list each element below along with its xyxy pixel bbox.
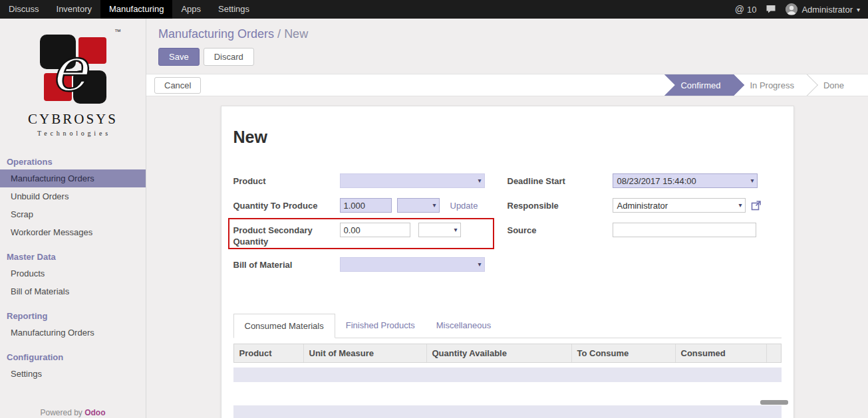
- tab-finished-products[interactable]: Finished Products: [335, 314, 426, 338]
- messages-icon[interactable]: [766, 5, 776, 14]
- action-buttons: Save Discard: [158, 48, 868, 66]
- sidebar-item-settings[interactable]: Settings: [0, 365, 146, 383]
- nav-settings[interactable]: Settings: [210, 0, 258, 19]
- dropdown-caret-icon: ▾: [454, 226, 457, 233]
- top-navbar: Discuss Inventory Manufacturing Apps Set…: [0, 0, 868, 19]
- section-configuration: Configuration: [0, 348, 146, 365]
- column-to-consume: To Consume: [572, 344, 676, 362]
- record-title: New: [233, 128, 782, 147]
- nav-discuss[interactable]: Discuss: [0, 0, 48, 19]
- deadline-start-value: 08/23/2017 15:44:00: [617, 176, 696, 186]
- quantity-to-produce-input[interactable]: [340, 198, 392, 213]
- update-link[interactable]: Update: [450, 198, 478, 211]
- responsible-value: Administrator: [617, 201, 668, 211]
- discard-button[interactable]: Discard: [204, 48, 254, 66]
- dropdown-caret-icon: ▾: [738, 201, 742, 209]
- dropdown-caret-icon: ▾: [750, 177, 754, 184]
- stage-confirmed[interactable]: Confirmed: [664, 74, 734, 96]
- bill-of-material-select[interactable]: ▾: [340, 257, 485, 272]
- breadcrumb-current: New: [284, 27, 308, 41]
- mention-icon: @: [735, 4, 744, 15]
- column-unit-of-measure: Unit of Measure: [304, 344, 427, 362]
- sidebar-item-reporting-manufacturing-orders[interactable]: Manufacturing Orders: [0, 324, 146, 342]
- mention-counter[interactable]: @ 10: [735, 4, 757, 15]
- notebook-tabs: Consumed Materials Finished Products Mis…: [233, 314, 782, 338]
- tab-miscellaneous[interactable]: Miscellaneous: [426, 314, 502, 338]
- sidebar-item-scrap[interactable]: Scrap: [0, 205, 146, 223]
- save-button[interactable]: Save: [158, 48, 200, 66]
- nav-inventory[interactable]: Inventory: [48, 0, 100, 19]
- responsible-label: Responsible: [507, 198, 613, 211]
- table-header-row: Product Unit of Measure Quantity Availab…: [233, 344, 782, 363]
- cybrosys-logo-icon: e: [35, 33, 112, 107]
- powered-by: Powered by Odoo: [0, 408, 146, 418]
- sidebar-item-products[interactable]: Products: [0, 264, 146, 282]
- stage-in-progress[interactable]: In Progress: [734, 74, 807, 96]
- source-label: Source: [507, 223, 613, 236]
- mention-count: 10: [747, 5, 756, 15]
- statusbar: Cancel Confirmed In Progress Done: [146, 74, 868, 96]
- brand-tagline: Technologies: [0, 130, 146, 137]
- form-sheet: New Product ▾ Quantity To Produce ▾: [221, 106, 794, 418]
- sidebar-item-bill-of-materials[interactable]: Bill of Materials: [0, 282, 146, 300]
- bill-of-material-label: Bill of Material: [233, 257, 340, 270]
- dropdown-caret-icon: ▾: [432, 201, 436, 209]
- sidebar-menu: Operations Manufacturing Orders Unbuild …: [0, 153, 146, 383]
- quantity-to-produce-label: Quantity To Produce: [233, 198, 340, 211]
- nav-manufacturing[interactable]: Manufacturing: [100, 0, 172, 19]
- sidebar: e ™ CYBROSYS Technologies Operations Man…: [0, 19, 146, 418]
- user-menu[interactable]: Administrator ▾: [786, 3, 860, 15]
- deadline-start-label: Deadline Start: [507, 173, 613, 187]
- breadcrumb: Manufacturing Orders / New: [146, 19, 868, 41]
- source-input[interactable]: [613, 223, 756, 237]
- tab-consumed-materials[interactable]: Consumed Materials: [233, 314, 335, 338]
- chevron-down-icon: ▾: [857, 6, 860, 13]
- product-secondary-quantity-label: Product Secondary Quantity: [233, 223, 340, 247]
- product-select[interactable]: ▾: [340, 173, 485, 188]
- product-secondary-quantity-input[interactable]: [340, 223, 410, 237]
- column-actions: [767, 344, 781, 362]
- trademark-symbol: ™: [114, 28, 121, 35]
- dropdown-caret-icon: ▾: [478, 177, 481, 184]
- breadcrumb-separator: /: [277, 27, 281, 41]
- main-content: Manufacturing Orders / New Save Discard …: [146, 19, 868, 418]
- cancel-button[interactable]: Cancel: [154, 77, 201, 94]
- section-operations: Operations: [0, 153, 146, 169]
- odoo-link[interactable]: Odoo: [84, 408, 105, 417]
- avatar: [786, 3, 797, 15]
- svg-text:e: e: [51, 34, 90, 105]
- breadcrumb-parent-link[interactable]: Manufacturing Orders: [158, 27, 274, 41]
- brand-name: CYBROSYS: [0, 111, 146, 128]
- user-name: Administrator: [801, 5, 853, 15]
- section-master-data: Master Data: [0, 248, 146, 264]
- sidebar-item-workorder-messages[interactable]: Workorder Messages: [0, 223, 146, 241]
- secondary-uom-select[interactable]: ▾: [418, 223, 461, 237]
- deadline-start-select[interactable]: 08/23/2017 15:44:00 ▾: [613, 173, 758, 188]
- status-stages: Confirmed In Progress Done: [664, 74, 868, 96]
- sidebar-item-unbuild-orders[interactable]: Unbuild Orders: [0, 187, 146, 205]
- sidebar-item-manufacturing-orders[interactable]: Manufacturing Orders: [0, 169, 146, 187]
- column-product: Product: [234, 344, 304, 362]
- consumed-materials-table: Product Unit of Measure Quantity Availab…: [233, 344, 782, 418]
- column-quantity-available: Quantity Available: [427, 344, 572, 362]
- powered-by-text: Powered by: [40, 408, 82, 417]
- responsible-select[interactable]: Administrator ▾: [613, 198, 746, 213]
- column-consumed: Consumed: [676, 344, 767, 362]
- product-label: Product: [233, 173, 340, 187]
- dropdown-caret-icon: ▾: [478, 261, 481, 268]
- section-reporting: Reporting: [0, 307, 146, 324]
- external-link-icon[interactable]: [751, 198, 762, 213]
- quantity-uom-select[interactable]: ▾: [397, 198, 440, 213]
- table-row: [233, 405, 782, 418]
- table-row: [233, 367, 782, 382]
- brand-logo: e ™ CYBROSYS Technologies: [0, 19, 146, 137]
- horizontal-scrollbar-thumb[interactable]: [760, 400, 788, 405]
- nav-apps[interactable]: Apps: [172, 0, 210, 19]
